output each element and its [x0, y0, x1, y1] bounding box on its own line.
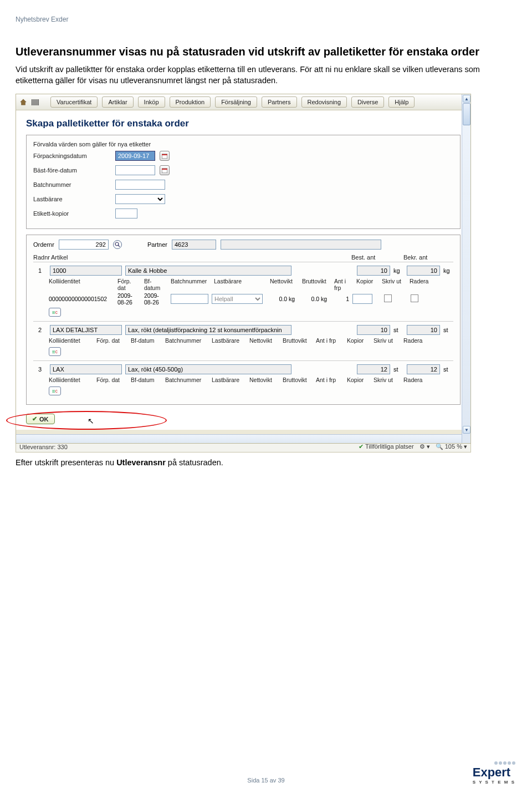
col-best-ant: Best. ant: [351, 254, 401, 261]
menu-redovisning[interactable]: Redovisning: [301, 96, 347, 108]
sub-bf: Bf- datum: [144, 278, 167, 291]
label-bast-fore: Bäst-före-datum: [33, 167, 111, 174]
menu-hjalp[interactable]: Hjälp: [388, 96, 415, 108]
input-etikett-kopior[interactable]: [115, 209, 137, 218]
sub-radera: Radera: [403, 337, 427, 344]
status-trusted: Tillförlitliga platser: [365, 443, 414, 450]
row-unit2: st: [443, 366, 453, 373]
lookup-icon[interactable]: [113, 240, 122, 249]
row-unit2: kg: [443, 267, 453, 274]
select-lastbarare[interactable]: [115, 194, 165, 204]
app-screenshot: Varucertifikat Artiklar Inköp Produktion…: [16, 94, 471, 444]
logo-dots: [494, 761, 515, 765]
sub-brutto: Bruttovikt: [283, 337, 313, 344]
menubar: Varucertifikat Artiklar Inköp Produktion…: [16, 94, 470, 110]
sub-lastbarare: Lastbärare: [214, 278, 267, 291]
settings-icon[interactable]: ⚙ ▾: [420, 443, 430, 450]
sub-radera: Radera: [403, 377, 427, 383]
sub-forp: Förp. dat: [117, 278, 141, 291]
row-best: [357, 266, 390, 276]
scrollbar-thumb[interactable]: [463, 103, 470, 125]
menu-diverse[interactable]: Diverse: [351, 96, 384, 108]
sub-netto: Nettovikt: [249, 377, 279, 383]
ok-button[interactable]: ✔ OK: [26, 414, 55, 424]
row-unit: st: [393, 327, 403, 333]
row-action-icon[interactable]: ≡c: [49, 308, 61, 317]
svg-rect-3: [162, 169, 167, 170]
table-row: 2 st st Kolliidentitet Förp. dat: [33, 321, 453, 360]
svg-line-5: [118, 245, 120, 247]
sub-kolli: Kolliidentitet: [49, 337, 93, 344]
menu-artiklar[interactable]: Artiklar: [102, 96, 133, 108]
menu-partners[interactable]: Partners: [262, 96, 297, 108]
input-batchnummer[interactable]: [115, 180, 165, 190]
sub-batch: Batchnummer: [171, 278, 211, 291]
row-action-icon[interactable]: ≡c: [49, 387, 61, 395]
menu-forsaljning[interactable]: Försäljning: [215, 96, 257, 108]
trusted-icon: ✔: [359, 443, 364, 450]
row-batch[interactable]: [171, 294, 208, 304]
home-icon[interactable]: [19, 98, 27, 106]
row-lastbarare-select[interactable]: Helpall: [212, 294, 263, 304]
body-text: Vid utskrift av palletiktter för enstaka…: [16, 64, 516, 86]
sub-netto: Nettovikt: [249, 337, 279, 344]
ok-label: OK: [39, 416, 49, 423]
label-forpackningsdatum: Förpackningsdatum: [33, 152, 111, 159]
menu-varucertifikat[interactable]: Varucertifikat: [50, 96, 98, 108]
row-action-icon[interactable]: ≡c: [49, 347, 61, 356]
col-radnr: Radnr: [33, 254, 49, 261]
sub-brutto: Bruttovikt: [302, 278, 331, 291]
calendar-icon[interactable]: [160, 165, 170, 175]
row-forp: 2009-08-26: [117, 292, 141, 306]
label-batchnummer: Batchnummer: [33, 181, 111, 188]
input-bast-fore[interactable]: [115, 165, 155, 175]
sub-lastbarare: Lastbärare: [212, 377, 246, 383]
calendar-icon[interactable]: [160, 151, 170, 161]
table-row: 3 st st Kolliidentitet Förp. dat: [33, 360, 453, 400]
row-bekr: [407, 364, 440, 374]
label-ordernr: Ordernr: [33, 241, 54, 248]
sub-skriv: Skriv ut: [374, 377, 400, 383]
sub-bf: Bf-datum: [131, 337, 162, 344]
sub-radera: Radera: [410, 278, 432, 291]
horizontal-scrollbar[interactable]: [16, 434, 470, 443]
barcode-icon[interactable]: [32, 99, 39, 105]
row-kopior[interactable]: [352, 294, 372, 304]
row-best: [357, 325, 390, 335]
menu-produktion[interactable]: Produktion: [170, 96, 211, 108]
row-art: [50, 266, 122, 276]
status-left: Utleveransnr: 330: [19, 444, 68, 450]
zoom-icon[interactable]: 🔍: [436, 443, 443, 450]
vertical-scrollbar[interactable]: ▲ ▼: [462, 94, 470, 443]
col-artikel: Artikel: [51, 254, 123, 261]
row-brutto: 0.0 kg: [298, 296, 327, 302]
row-desc: [125, 266, 291, 276]
row-netto: 0.0 kg: [266, 296, 295, 302]
row-radera-checkbox[interactable]: [411, 294, 418, 302]
order-grid: Ordernr Partner Radnr Artikel: [26, 235, 461, 405]
scroll-down-icon[interactable]: ▼: [463, 426, 470, 434]
row-bekr: [407, 266, 440, 276]
table-row: 1 kg kg Kolliidentitet Förp. dat: [33, 262, 453, 321]
sub-batch: Batchnummer: [165, 337, 208, 344]
input-partner-name: [221, 240, 381, 250]
row-nr: 2: [33, 327, 47, 333]
caption-after: Efter utskrift presenteras nu Utleverans…: [16, 458, 516, 467]
col-bekr-ant: Bekr. ant: [403, 254, 453, 261]
app-page-title: Skapa palletiketter för enstaka order: [16, 110, 470, 135]
label-partner: Partner: [147, 241, 167, 248]
cursor-icon: ↖: [88, 416, 94, 425]
row-art: [50, 325, 122, 335]
input-forpackningsdatum[interactable]: [115, 151, 155, 161]
row-best: [357, 364, 390, 374]
sub-kopior: Kopior: [347, 337, 370, 344]
scroll-up-icon[interactable]: ▲: [463, 95, 470, 103]
logo: Expert S Y S T E M S: [473, 765, 515, 785]
row-bf: 2009-08-26: [144, 292, 167, 306]
menu-inkop[interactable]: Inköp: [138, 96, 165, 108]
row-ant: 1: [330, 296, 349, 302]
input-ordernr[interactable]: [59, 240, 109, 250]
row-skriv-checkbox[interactable]: [384, 294, 392, 302]
sub-ant: Ant i frp: [316, 337, 344, 344]
sub-skriv: Skriv ut: [382, 278, 406, 291]
